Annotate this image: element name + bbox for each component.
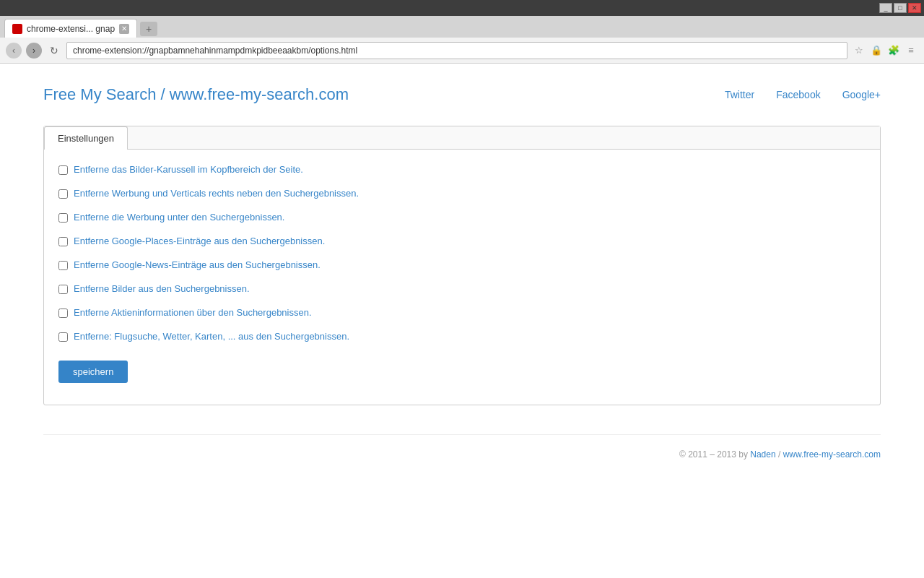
reload-button[interactable]: ↻: [46, 43, 62, 59]
address-bar: ‹ › ↻ ☆ 🔒 🧩 ≡: [0, 38, 924, 64]
label-option-2[interactable]: Entferne Werbung und Verticals rechts ne…: [74, 188, 359, 199]
browser-frame: _ □ ✕ chrome-extensi... gnap ✕ + ‹ › ↻ ☆…: [0, 0, 924, 578]
checkbox-option-3[interactable]: [58, 213, 68, 223]
tab-nav: Einstellungen: [44, 126, 880, 150]
label-option-3[interactable]: Entferne die Werbung unter den Suchergeb…: [74, 212, 284, 223]
einstellungen-tab[interactable]: Einstellungen: [44, 126, 128, 150]
forward-button[interactable]: ›: [26, 43, 42, 59]
label-option-4[interactable]: Entferne Google-Places-Einträge aus den …: [74, 236, 325, 246]
settings-panel: Einstellungen Entferne das Bilder-Karuss…: [43, 126, 881, 405]
label-option-5[interactable]: Entferne Google-News-Einträge aus den Su…: [74, 259, 321, 270]
label-option-6[interactable]: Entferne Bilder aus den Suchergebnissen.: [74, 283, 250, 294]
shield-icon[interactable]: 🔒: [869, 43, 884, 58]
maximize-button[interactable]: □: [894, 3, 907, 13]
header-links: Twitter Facebook Google+: [725, 89, 881, 100]
label-option-8[interactable]: Entferne: Flugsuche, Wetter, Karten, ...…: [74, 331, 349, 342]
extensions-icon[interactable]: 🧩: [886, 43, 901, 58]
option-row: Entferne: Flugsuche, Wetter, Karten, ...…: [58, 331, 866, 342]
checkbox-option-6[interactable]: [58, 285, 68, 294]
checkbox-option-4[interactable]: [58, 237, 68, 246]
tab-content: Entferne das Bilder-Karussell im Kopfber…: [44, 150, 880, 405]
tab-title-text: chrome-extensi... gnap: [27, 24, 115, 34]
page-header: Free My Search / www.free-my-search.com …: [43, 85, 881, 104]
label-option-7[interactable]: Entferne Aktieninformationen über den Su…: [74, 307, 312, 318]
footer-separator: /: [776, 449, 783, 460]
tab-bar: chrome-extensi... gnap ✕ +: [0, 16, 924, 38]
option-row: Entferne die Werbung unter den Suchergeb…: [58, 212, 866, 223]
checkbox-option-5[interactable]: [58, 261, 68, 270]
menu-icon[interactable]: ≡: [904, 43, 918, 58]
facebook-link[interactable]: Facebook: [776, 89, 820, 100]
save-button[interactable]: speichern: [58, 361, 128, 383]
bookmark-icon[interactable]: ☆: [852, 43, 866, 58]
back-button[interactable]: ‹: [6, 43, 22, 59]
tab-favicon-icon: [12, 24, 22, 34]
url-input[interactable]: [66, 42, 847, 59]
footer-copyright: © 2011 – 2013 by: [679, 449, 750, 460]
label-option-1[interactable]: Entferne das Bilder-Karussell im Kopfber…: [74, 164, 303, 175]
checkbox-option-2[interactable]: [58, 189, 68, 199]
close-button[interactable]: ✕: [908, 3, 921, 13]
googleplus-link[interactable]: Google+: [842, 89, 881, 100]
option-row: Entferne das Bilder-Karussell im Kopfber…: [58, 164, 866, 175]
page-footer: © 2011 – 2013 by Naden / www.free-my-sea…: [43, 434, 881, 460]
option-row: Entferne Google-Places-Einträge aus den …: [58, 236, 866, 246]
page-content: Free My Search / www.free-my-search.com …: [0, 64, 924, 578]
title-bar: _ □ ✕: [0, 0, 924, 16]
option-row: Entferne Bilder aus den Suchergebnissen.: [58, 283, 866, 294]
checkbox-option-1[interactable]: [58, 165, 68, 175]
options-list: Entferne das Bilder-Karussell im Kopfber…: [58, 164, 866, 342]
checkbox-option-7[interactable]: [58, 309, 68, 318]
checkbox-option-8[interactable]: [58, 332, 68, 342]
option-row: Entferne Aktieninformationen über den Su…: [58, 307, 866, 318]
minimize-button[interactable]: _: [879, 3, 892, 13]
new-tab-button[interactable]: +: [140, 22, 157, 36]
active-tab[interactable]: chrome-extensi... gnap ✕: [4, 19, 137, 38]
tab-close-button[interactable]: ✕: [119, 24, 129, 34]
window-controls: _ □ ✕: [879, 3, 921, 13]
option-row: Entferne Werbung und Verticals rechts ne…: [58, 188, 866, 199]
footer-site-link[interactable]: www.free-my-search.com: [783, 449, 881, 460]
site-title: Free My Search / www.free-my-search.com: [43, 85, 349, 104]
footer-author-link[interactable]: Naden: [750, 449, 775, 460]
twitter-link[interactable]: Twitter: [725, 89, 754, 100]
address-icons: ☆ 🔒 🧩 ≡: [852, 43, 918, 58]
option-row: Entferne Google-News-Einträge aus den Su…: [58, 259, 866, 270]
